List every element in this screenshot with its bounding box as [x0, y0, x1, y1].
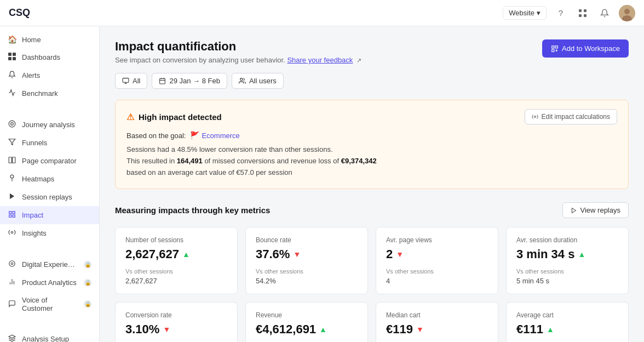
goal-tag[interactable]: 🚩 Ecommerce: [190, 131, 239, 140]
insights-icon: [8, 229, 16, 238]
alert-revenue-text: This resulted in 164,491 of missed conve…: [127, 157, 617, 165]
metric-value: 2,627,627 ▲: [125, 247, 227, 261]
metric-value-text: 37.6%: [256, 247, 290, 261]
svg-rect-29: [552, 49, 554, 52]
sidebar-setup-section: Analysis Setup: [0, 326, 99, 342]
analysis-setup-icon: [8, 334, 16, 342]
feedback-link[interactable]: Share your feedback: [287, 56, 353, 64]
sidebar-item-session-replays[interactable]: Session replays: [0, 188, 99, 206]
notification-icon[interactable]: [597, 5, 612, 21]
avatar[interactable]: [619, 5, 635, 21]
alert-header: ⚠ High impact detected Edit impact calcu…: [127, 109, 617, 124]
metric-card-bounce-rate: Bounce rate 37.6% ▼ Vs other sessions 54…: [245, 227, 368, 294]
sidebar-item-benchmark[interactable]: Benchmark: [0, 84, 99, 102]
sidebar-item-product-analytics[interactable]: Product Analytics 🔒: [0, 273, 99, 292]
svg-point-5: [624, 9, 630, 14]
sidebar-item-label: Session replays: [22, 193, 72, 201]
logo-text: CSQ: [9, 7, 30, 19]
sidebar-item-voice-of-customer[interactable]: Voice of Customer 🔒: [0, 292, 99, 317]
metric-value: 3.10% ▼: [125, 322, 227, 337]
sidebar-item-dashboards[interactable]: Dashboards: [0, 48, 99, 66]
lock-icon: 🔒: [84, 261, 91, 269]
metric-card-revenue: Revenue €4,612,691 ▲ Vs other sessions: [245, 302, 368, 342]
external-link-icon: ↗: [357, 57, 361, 64]
sidebar-item-label: Digital Experience Monitor...: [22, 260, 78, 269]
metric-value: €119 ▼: [386, 322, 488, 337]
edit-calc-label: Edit impact calculations: [542, 113, 610, 121]
metric-card-average-cart: Average cart €111 ▲ Vs other sessions: [506, 302, 629, 342]
metric-card-median-cart: Median cart €119 ▼ Vs other sessions: [376, 302, 498, 342]
website-label: Website: [509, 9, 534, 17]
help-icon[interactable]: ?: [553, 5, 568, 21]
metric-compare-label: Vs other sessions: [256, 268, 358, 275]
sidebar-item-home[interactable]: 🏠 Home: [0, 31, 99, 48]
metric-label: Bounce rate: [256, 236, 358, 244]
metric-card-avg-session-duration: Avr. session duration 3 min 34 s ▲ Vs ot…: [506, 227, 629, 294]
metric-label: Avr. page views: [386, 236, 488, 244]
metric-card-conversion-rate: Conversion rate 3.10% ▼ Vs other session…: [115, 302, 238, 342]
metric-label: Revenue: [256, 311, 358, 319]
metric-compare-value: 2,627,627: [125, 277, 227, 285]
metric-compare-label: Vs other sessions: [516, 268, 618, 275]
lock-icon: 🔒: [84, 279, 91, 287]
up-arrow-icon: ▲: [319, 325, 327, 334]
sidebar-item-insights[interactable]: Insights: [0, 224, 99, 242]
all-filter-button[interactable]: All: [115, 73, 147, 89]
sidebar-item-label: Dashboards: [22, 53, 60, 61]
metric-value-text: 3 min 34 s: [516, 247, 574, 261]
add-to-workspace-button[interactable]: Add to Workspace: [542, 39, 629, 58]
sidebar-item-label: Page comparator: [22, 157, 77, 165]
edit-impact-calculations-button[interactable]: Edit impact calculations: [525, 109, 617, 124]
sidebar-item-label: Alerts: [22, 71, 40, 79]
home-icon: 🏠: [8, 35, 16, 44]
view-replays-label: View replays: [580, 206, 620, 214]
date-range-filter-button[interactable]: 29 Jan → 8 Feb: [152, 73, 227, 89]
lock-icon: 🔒: [84, 300, 91, 308]
down-arrow-icon: ▼: [163, 325, 170, 334]
website-selector[interactable]: Website ▾: [503, 6, 547, 20]
session-replays-icon: [8, 192, 16, 202]
down-arrow-icon: ▼: [293, 250, 301, 259]
sidebar-item-page-comparator[interactable]: Page comparator: [0, 152, 99, 170]
svg-point-11: [9, 121, 15, 127]
alert-goal: Based on the goal: 🚩 Ecommerce: [127, 131, 617, 140]
sidebar-item-impact[interactable]: Impact: [0, 206, 99, 224]
metric-label: Average cart: [516, 311, 618, 319]
layout: 🏠 Home Dashboards Alerts: [0, 26, 644, 342]
sidebar-main-section: 🏠 Home Dashboards Alerts: [0, 26, 99, 107]
sidebar-item-heatmaps[interactable]: Heatmaps: [0, 170, 99, 188]
svg-rect-27: [552, 45, 554, 48]
alert-title-text: High impact detected: [139, 112, 222, 122]
metric-compare-value: 4: [386, 277, 488, 285]
flag-icon: 🚩: [190, 131, 199, 140]
down-arrow-icon: ▼: [416, 325, 424, 334]
sidebar-item-alerts[interactable]: Alerts: [0, 66, 99, 84]
sidebar-item-funnels[interactable]: Funnels: [0, 134, 99, 152]
date-range-label: 29 Jan → 8 Feb: [169, 77, 220, 85]
chevron-down-icon: ▾: [537, 9, 540, 17]
sidebar-item-label: Product Analytics: [22, 278, 78, 287]
metric-value: 37.6% ▼: [256, 247, 358, 261]
metric-value: 2 ▼: [386, 247, 488, 261]
metric-value: 3 min 34 s ▲: [516, 247, 618, 261]
sidebar-item-digital-experience[interactable]: Digital Experience Monitor... 🔒: [0, 255, 99, 273]
sidebar-item-label: Voice of Customer: [22, 296, 78, 312]
users-filter-button[interactable]: All users: [232, 73, 284, 89]
metric-compare-label: Vs other sessions: [125, 268, 227, 275]
page-title: Impact quantification: [115, 39, 361, 54]
metrics-grid: Number of sessions 2,627,627 ▲ Vs other …: [115, 227, 629, 342]
svg-rect-17: [9, 212, 12, 214]
product-analytics-icon: [8, 278, 16, 287]
heatmaps-icon: [8, 174, 16, 184]
svg-rect-33: [160, 78, 165, 84]
svg-rect-3: [584, 14, 586, 17]
page-comparator-icon: [8, 156, 16, 166]
metric-value-text: €4,612,691: [256, 322, 316, 337]
dashboards-icon: [8, 53, 16, 62]
sidebar-item-analysis-setup[interactable]: Analysis Setup: [0, 330, 99, 342]
view-replays-button[interactable]: View replays: [562, 202, 629, 218]
apps-icon[interactable]: [575, 5, 590, 21]
sidebar-item-journey-analysis[interactable]: Journey analysis: [0, 116, 99, 134]
metric-value-text: €119: [386, 322, 413, 337]
svg-point-22: [11, 263, 13, 265]
